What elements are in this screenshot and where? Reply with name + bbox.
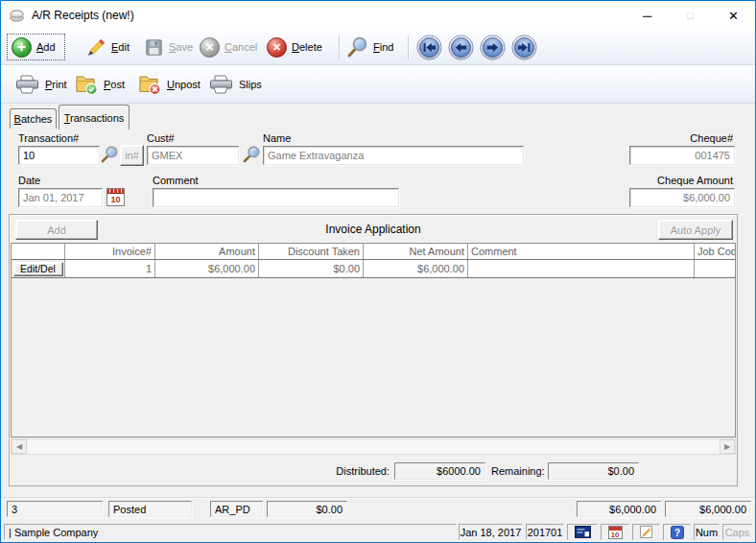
help-panel[interactable]: ?: [663, 524, 691, 540]
main-toolbar: + Add Edit Save ✕ Cancel ✕: [1, 30, 755, 65]
cell-net: $6,000.00: [364, 260, 468, 277]
cust-lookup-icon[interactable]: [242, 145, 261, 164]
transaction-label: Transaction#: [18, 132, 79, 144]
slips-button[interactable]: Slips: [208, 71, 262, 98]
calendar-icon: 10: [608, 526, 623, 539]
remaining-label: Remaining:: [491, 465, 547, 478]
invoice-row: Edit/Del 1 $6,000.00 $0.00 $6,000.00: [12, 260, 735, 278]
unpost-button[interactable]: Unpost: [137, 71, 201, 98]
tax-amount-field: $0.00: [267, 501, 347, 517]
edit-del-button[interactable]: Edit/Del: [13, 262, 63, 276]
date-picker-button[interactable]: 10: [106, 188, 125, 206]
magnifier-icon: [345, 35, 368, 59]
company-panel: | Sample Company: [4, 524, 457, 540]
cell-amount: $6,000.00: [155, 260, 259, 277]
col-job-code: Job Code: [695, 244, 735, 259]
print-button[interactable]: Print: [14, 71, 67, 98]
num-lock-indicator: Num: [694, 524, 720, 540]
find-button[interactable]: Find: [345, 34, 393, 60]
toolbar-separator: [339, 35, 340, 59]
close-button[interactable]: ✕: [712, 1, 755, 30]
footer-divider: [1, 497, 755, 498]
entry-number-field: 3: [7, 501, 103, 517]
titlebar: A/R Receipts (new!) ─ □ ✕: [1, 1, 755, 30]
next-record-icon: [480, 35, 506, 60]
maximize-button[interactable]: □: [669, 1, 712, 30]
auto-apply-button[interactable]: Auto Apply: [658, 220, 733, 240]
note-panel[interactable]: [632, 524, 660, 540]
comment-label: Comment: [153, 175, 199, 186]
distributed-label: Distributed:: [311, 465, 390, 478]
last-record-icon: [511, 35, 537, 60]
cancel-button[interactable]: ✕ Cancel: [200, 34, 257, 60]
svg-text:?: ?: [673, 527, 679, 537]
first-record-icon: [416, 35, 442, 60]
app-icon: [9, 8, 25, 23]
status-field: Posted: [108, 501, 192, 517]
cheque-number-field[interactable]: 001475: [629, 146, 735, 165]
cell-discount: $0.00: [259, 260, 364, 277]
date-input[interactable]: Jan 01, 2017: [18, 188, 103, 207]
edit-button[interactable]: Edit: [85, 34, 130, 60]
cancel-icon: ✕: [200, 37, 220, 58]
nav-first-button[interactable]: [416, 34, 442, 60]
toolbar-separator: [408, 35, 409, 59]
printer-icon: [14, 74, 40, 96]
batch-status-icon: [575, 526, 591, 538]
cell-invoice: 1: [65, 260, 155, 277]
minimize-button[interactable]: ─: [626, 1, 669, 30]
source-code-field: AR_PD: [210, 501, 263, 517]
help-icon: ?: [671, 526, 684, 539]
transaction-input[interactable]: 10: [18, 146, 100, 165]
in-number-button[interactable]: in#: [120, 145, 144, 166]
scroll-right-arrow[interactable]: ▶: [720, 439, 735, 454]
cell-comment: [468, 260, 695, 277]
nav-next-button[interactable]: [480, 34, 506, 60]
save-button[interactable]: Save: [144, 34, 193, 60]
distributed-field: $6000.00: [394, 462, 485, 480]
col-net-amount: Net Amount: [364, 244, 468, 259]
add-button[interactable]: + Add: [7, 34, 65, 60]
post-button[interactable]: Post: [74, 71, 125, 98]
calendar-panel[interactable]: 10: [601, 524, 629, 540]
ar-receipts-window: A/R Receipts (new!) ─ □ ✕ + Add Edit S: [0, 0, 756, 543]
invoice-application-panel: Add Invoice Application Auto Apply Invoi…: [9, 214, 738, 486]
cheque-label: Cheque#: [690, 132, 733, 144]
col-invoice: Invoice#: [65, 244, 155, 259]
caps-lock-indicator: Caps: [722, 524, 752, 540]
nav-last-button[interactable]: [511, 34, 537, 60]
tab-transactions[interactable]: Transactions: [59, 105, 130, 130]
comment-input[interactable]: [153, 188, 399, 207]
tab-batches[interactable]: Batches: [10, 108, 57, 129]
invoice-grid-header: Invoice# Amount Discount Taken Net Amoun…: [12, 244, 735, 260]
delete-button[interactable]: ✕ Delete: [267, 34, 322, 60]
pencil-icon: [85, 36, 106, 58]
name-label: Name: [263, 132, 291, 144]
grid-horizontal-scrollbar[interactable]: ◀ ▶: [11, 438, 736, 455]
status-bar: | Sample Company Jan 18, 2017 201701 10: [1, 521, 755, 542]
date-label: Date: [18, 175, 40, 186]
window-title: A/R Receipts (new!): [32, 9, 626, 22]
unpost-folder-icon: [137, 73, 162, 96]
invoice-grid: Invoice# Amount Discount Taken Net Amoun…: [11, 243, 736, 437]
cheque-amount-label: Cheque Amount: [657, 175, 733, 186]
col-discount-taken: Discount Taken: [259, 244, 364, 259]
functional-amount-field: $6,000.00: [665, 501, 751, 517]
session-date-panel: Jan 18, 2017: [459, 524, 523, 540]
batch-status-panel[interactable]: [567, 524, 598, 540]
posting-toolbar: Print Post Unpost: [1, 65, 755, 104]
remaining-field: $0.00: [548, 462, 639, 480]
transaction-lookup-icon[interactable]: [100, 145, 119, 164]
cheque-amount-field[interactable]: $6,000.00: [629, 188, 735, 207]
col-comment: Comment: [468, 244, 695, 259]
invoice-application-title: Invoice Application: [10, 223, 737, 236]
previous-record-icon: [448, 35, 474, 60]
note-pencil-icon: [639, 525, 653, 539]
delete-icon: ✕: [267, 37, 287, 58]
scroll-left-arrow[interactable]: ◀: [12, 439, 27, 454]
name-field: Game Extravaganza: [263, 146, 524, 165]
col-amount: Amount: [155, 244, 259, 259]
nav-previous-button[interactable]: [448, 34, 474, 60]
cell-job-code: [695, 260, 735, 277]
cust-input[interactable]: GMEX: [147, 146, 239, 165]
